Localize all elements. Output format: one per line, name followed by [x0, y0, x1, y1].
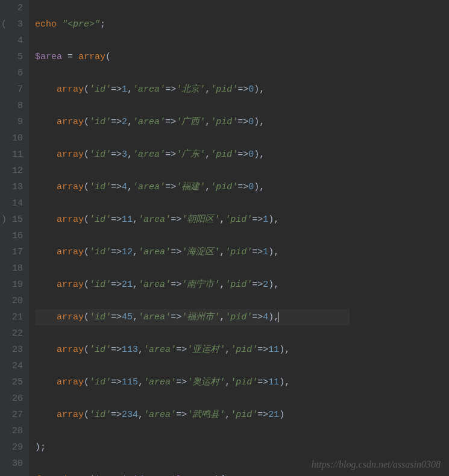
text-cursor	[278, 312, 279, 322]
line-num: 23	[0, 342, 23, 358]
code-line: array('id'=>45,'area'=>'福州市','pid'=>4),	[35, 309, 350, 325]
line-num: 18	[0, 260, 23, 277]
line-num: 27	[0, 407, 23, 423]
line-num: 26	[0, 390, 23, 407]
line-num: 10	[0, 130, 23, 146]
code-line: array('id'=>21,'area'=>'南宁市','pid'=>2),	[35, 277, 350, 293]
code-line: array('id'=>3,'area'=>'广东','pid'=>0),	[35, 146, 350, 163]
line-num: 14	[0, 195, 23, 211]
code-line: echo "<pre>";	[35, 16, 350, 33]
line-num: 30	[0, 456, 23, 472]
line-num: 13	[0, 179, 23, 195]
code-line: array('id'=>113,'area'=>'亚运村','pid'=>11)…	[35, 342, 350, 358]
code-line: array('id'=>4,'area'=>'福建','pid'=>0),	[35, 179, 350, 195]
line-num: 2	[0, 0, 23, 16]
line-num: 24	[0, 358, 23, 374]
line-num: 7	[0, 81, 23, 98]
line-num: 28	[0, 423, 23, 439]
line-num: 22	[0, 325, 23, 342]
code-line: array('id'=>2,'area'=>'广西','pid'=>0),	[35, 114, 350, 130]
line-num: 6	[0, 65, 23, 81]
code-line: );	[35, 439, 350, 456]
line-num: 16	[0, 228, 23, 244]
code-editor[interactable]: 2 (3 4 5 6 7 8 9 10 11 12 13 14 )15 16 1…	[0, 0, 449, 476]
line-num: )15	[0, 211, 23, 228]
watermark-text: https://blog.csdn.net/assasin0308	[312, 456, 441, 472]
code-content[interactable]: echo "<pre>"; $area = array( array('id'=…	[29, 0, 350, 476]
code-line: $area = array(	[35, 49, 350, 65]
line-num: 21	[0, 309, 23, 325]
code-line: function t($arr,$pid = 0,$lev = 0){	[35, 472, 350, 476]
line-num: (3	[0, 16, 23, 33]
line-num: 9	[0, 114, 23, 130]
line-num: 17	[0, 244, 23, 260]
code-line: array('id'=>234,'area'=>'武鸣县','pid'=>21)	[35, 407, 350, 423]
code-line: array('id'=>12,'area'=>'海淀区','pid'=>1),	[35, 244, 350, 260]
line-num: 19	[0, 277, 23, 293]
code-line: array('id'=>11,'area'=>'朝阳区','pid'=>1),	[35, 211, 350, 228]
code-line: array('id'=>1,'area'=>'北京','pid'=>0),	[35, 81, 350, 98]
line-num: 12	[0, 163, 23, 179]
line-num: 8	[0, 98, 23, 114]
line-num: 5	[0, 49, 23, 65]
line-num: 25	[0, 374, 23, 390]
line-num: 20	[0, 293, 23, 309]
line-number-gutter: 2 (3 4 5 6 7 8 9 10 11 12 13 14 )15 16 1…	[0, 0, 29, 476]
line-num: 4	[0, 33, 23, 49]
line-num: 11	[0, 146, 23, 163]
code-line: array('id'=>115,'area'=>'奥运村','pid'=>11)…	[35, 374, 350, 390]
line-num: 29	[0, 439, 23, 456]
